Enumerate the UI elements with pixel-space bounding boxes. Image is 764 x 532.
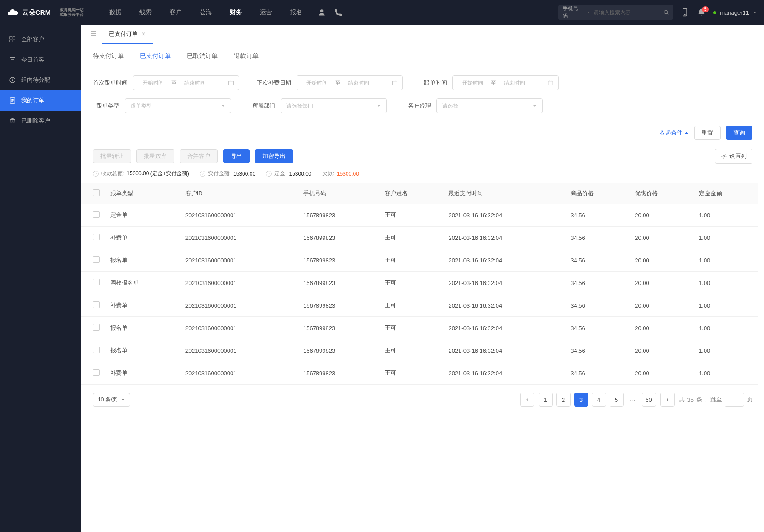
collapse-filters-link[interactable]: 收起条件: [660, 129, 689, 137]
first-follow-date-range[interactable]: 至: [133, 75, 239, 90]
cell-phone: 1567899823: [298, 227, 379, 249]
merge-customer-button[interactable]: 合并客户: [180, 149, 218, 163]
config-columns-button[interactable]: 设置列: [715, 149, 752, 164]
filter-label-follow-time: 跟单时间: [421, 79, 447, 87]
chevron-down-icon: [752, 10, 757, 15]
user-icon[interactable]: [317, 8, 326, 17]
export-button[interactable]: 导出: [223, 149, 250, 163]
cell-price: 34.56: [565, 317, 629, 339]
end-date-input[interactable]: [499, 80, 530, 86]
table-row[interactable]: 报名单20210316000000011567899823王可2021-03-1…: [81, 317, 758, 339]
dept-select[interactable]: 请选择部门: [281, 98, 387, 113]
table-row[interactable]: 定金单20210316000000011567899823王可2021-03-1…: [81, 204, 758, 227]
sidebar-item[interactable]: 今日首客: [0, 50, 81, 70]
close-icon[interactable]: ✕: [141, 31, 146, 37]
start-date-input[interactable]: [138, 80, 169, 86]
table-row[interactable]: 报名单20210316000000011567899823王可2021-03-1…: [81, 339, 758, 362]
cell-time: 2021-03-16 16:32:04: [443, 362, 565, 385]
top-nav-item[interactable]: 线索: [131, 0, 160, 25]
row-checkbox[interactable]: [93, 324, 100, 331]
row-checkbox[interactable]: [93, 256, 100, 263]
top-nav-item[interactable]: 财务: [222, 0, 250, 25]
reset-button[interactable]: 重置: [694, 126, 721, 140]
sidebar-item[interactable]: 组内待分配: [0, 70, 81, 90]
sidebar-toggle-icon[interactable]: [86, 30, 102, 39]
svg-rect-4: [10, 37, 12, 39]
phone-icon[interactable]: [334, 8, 343, 17]
user-menu[interactable]: manager11: [713, 9, 757, 16]
cell-deposit: 1.00: [694, 317, 758, 339]
column-header: 商品价格: [565, 183, 629, 204]
page-number-button[interactable]: 5: [610, 393, 624, 407]
cell-price: 34.56: [565, 294, 629, 317]
table-row[interactable]: 报名单20210316000000011567899823王可2021-03-1…: [81, 249, 758, 272]
sub-tab[interactable]: 退款订单: [234, 52, 259, 66]
mobile-icon[interactable]: [680, 8, 689, 17]
page-size-select[interactable]: 10 条/页: [93, 393, 130, 407]
row-checkbox[interactable]: [93, 301, 100, 308]
select-all-checkbox[interactable]: [93, 189, 100, 196]
query-button[interactable]: 查询: [726, 126, 752, 140]
last-page-button[interactable]: 50: [642, 393, 656, 407]
follow-time-date-range[interactable]: 至: [452, 75, 559, 90]
top-nav-item[interactable]: 数据: [101, 0, 130, 25]
bell-icon[interactable]: 5: [697, 8, 706, 17]
calendar-icon: [228, 80, 234, 86]
cloud-icon: [7, 7, 19, 18]
row-checkbox[interactable]: [93, 279, 100, 285]
search-type-label[interactable]: 手机号码: [563, 5, 583, 20]
top-nav-item[interactable]: 运营: [252, 0, 280, 25]
cell-type: 报名单: [105, 339, 180, 362]
sidebar-icon: [9, 117, 16, 124]
top-nav-item[interactable]: 客户: [162, 0, 190, 25]
batch-transfer-button[interactable]: 批量转让: [93, 149, 131, 163]
cell-price: 34.56: [565, 339, 629, 362]
end-date-input[interactable]: [179, 80, 210, 86]
encrypt-export-button[interactable]: 加密导出: [255, 149, 293, 163]
table-row[interactable]: 网校报名单20210316000000011567899823王可2021-03…: [81, 272, 758, 294]
cell-time: 2021-03-16 16:32:04: [443, 294, 565, 317]
type-select[interactable]: 跟单类型: [125, 98, 231, 113]
page-number-button[interactable]: 3: [574, 393, 588, 407]
sub-tab[interactable]: 已取消订单: [187, 52, 218, 66]
sub-tab[interactable]: 已支付订单: [140, 52, 171, 66]
sidebar-item[interactable]: 我的订单: [0, 90, 81, 111]
row-checkbox[interactable]: [93, 211, 100, 218]
next-pay-date-range[interactable]: 至: [297, 75, 403, 90]
column-header: 客户姓名: [379, 183, 444, 204]
top-nav-item[interactable]: 公海: [192, 0, 220, 25]
next-page-button[interactable]: [660, 393, 675, 407]
top-nav-item[interactable]: 报名: [282, 0, 310, 25]
sidebar-item[interactable]: 已删除客户: [0, 111, 81, 131]
start-date-input[interactable]: [457, 80, 488, 86]
search-input[interactable]: [594, 9, 660, 15]
cell-price: 34.56: [565, 204, 629, 227]
column-header: 手机号码: [298, 183, 379, 204]
table-row[interactable]: 补费单20210316000000011567899823王可2021-03-1…: [81, 227, 758, 249]
svg-point-1: [664, 10, 667, 13]
end-date-input[interactable]: [343, 80, 374, 86]
prev-page-button[interactable]: [520, 393, 534, 407]
start-date-input[interactable]: [301, 80, 332, 86]
search-icon[interactable]: [664, 9, 669, 16]
page-number-button[interactable]: 1: [539, 393, 553, 407]
cell-type: 补费单: [105, 227, 180, 249]
batch-abandon-button[interactable]: 批量放弃: [136, 149, 174, 163]
sidebar-item[interactable]: 全部客户: [0, 29, 81, 50]
sub-tab[interactable]: 待支付订单: [93, 52, 124, 66]
manager-select[interactable]: 请选择: [436, 98, 543, 113]
page-number-button[interactable]: 2: [556, 393, 571, 407]
row-checkbox[interactable]: [93, 347, 100, 353]
jump-page-input[interactable]: [725, 393, 744, 407]
top-nav: 数据线索客户公海财务运营报名: [101, 0, 310, 25]
page-number-button[interactable]: 4: [592, 393, 606, 407]
page-tab[interactable]: 已支付订单 ✕: [102, 25, 153, 44]
search-box[interactable]: 手机号码: [558, 5, 673, 20]
table-row[interactable]: 补费单20210316000000011567899823王可2021-03-1…: [81, 294, 758, 317]
page-tab-bar: 已支付订单 ✕: [81, 25, 764, 44]
row-checkbox[interactable]: [93, 369, 100, 376]
table-row[interactable]: 补费单20210316000000011567899823王可2021-03-1…: [81, 362, 758, 385]
brand-logo: 云朵CRM 教育机构一站式服务云平台: [7, 7, 84, 18]
cell-discount: 20.00: [629, 362, 694, 385]
row-checkbox[interactable]: [93, 234, 100, 240]
